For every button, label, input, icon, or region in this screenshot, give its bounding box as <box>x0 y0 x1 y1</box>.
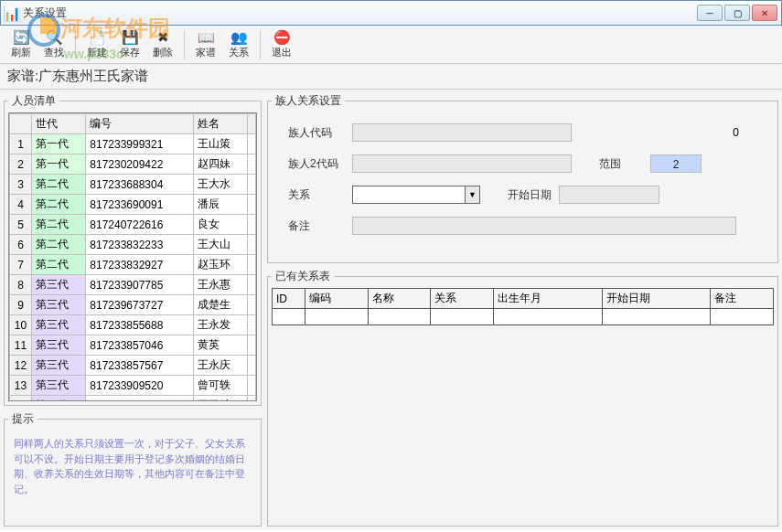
relation-form-legend: 族人关系设置 <box>272 93 345 109</box>
table-row[interactable]: 8 第三代 817233907785 王永惠 <box>10 275 256 295</box>
col-rel-birth[interactable]: 出生年月 <box>494 289 603 309</box>
relation-table-group: 已有关系表 ID 编码 名称 关系 出生年月 开始日期 备注 <box>267 269 778 527</box>
relation-form-group: 族人关系设置 族人代码 0 族人2代码 范围 2 关系 ▼ 开始日期 <box>267 93 778 263</box>
window-title: 关系设置 <box>23 5 697 21</box>
separator <box>260 30 261 59</box>
subtitle-bar: 家谱:广东惠州王氏家谱 <box>0 64 782 90</box>
label-p2: 族人2代码 <box>288 156 352 172</box>
find-button[interactable]: 🔍查找 <box>38 27 70 61</box>
search-icon: 🔍 <box>46 29 62 46</box>
table-row[interactable]: 1 第一代 817233999321 王山策 <box>10 134 256 154</box>
note-input[interactable] <box>352 217 736 235</box>
separator <box>75 30 76 59</box>
book-icon: 📖 <box>198 29 214 46</box>
table-row[interactable]: 5 第二代 817240722616 良女 <box>10 215 256 235</box>
range-input[interactable]: 2 <box>650 154 702 173</box>
person-list-group: 人员清单 世代 编号 姓名 1 第一代 817233999321 王山策 2 第… <box>4 93 262 406</box>
minimize-button[interactable]: ─ <box>697 5 723 21</box>
tree-button[interactable]: 📖家谱 <box>190 27 221 61</box>
refresh-icon: 🔄 <box>13 29 29 46</box>
app-icon: 📊 <box>5 5 19 20</box>
table-row[interactable]: 12 第三代 817233857567 王永庆 <box>10 356 256 376</box>
people-icon: 👥 <box>230 29 247 46</box>
table-row[interactable]: 13 第三代 817233909520 曾可轶 <box>10 376 256 396</box>
relation-table[interactable]: ID 编码 名称 关系 出生年月 开始日期 备注 <box>272 288 774 325</box>
table-row[interactable]: 7 第二代 817233832927 赵玉环 <box>10 255 256 275</box>
col-gen[interactable]: 世代 <box>32 114 86 134</box>
col-rel-note[interactable]: 备注 <box>711 289 774 309</box>
label-rel: 关系 <box>288 187 352 203</box>
col-rel-rel[interactable]: 关系 <box>431 289 494 309</box>
exit-button[interactable]: ⛔退出 <box>266 27 297 61</box>
label-start: 开始日期 <box>508 187 559 203</box>
table-row[interactable]: 6 第二代 817233832233 王大山 <box>10 235 256 255</box>
table-row[interactable]: 9 第三代 817239673727 成楚生 <box>10 295 256 315</box>
label-range: 范围 <box>599 156 650 172</box>
table-row[interactable]: 10 第三代 817233855688 王永发 <box>10 315 256 335</box>
new-icon: 📄 <box>89 29 105 46</box>
col-rel-start[interactable]: 开始日期 <box>602 289 711 309</box>
relation-button[interactable]: 👥关系 <box>223 27 254 61</box>
col-rel-id[interactable]: ID <box>273 289 305 309</box>
empty-row-marker[interactable] <box>273 309 305 325</box>
table-row[interactable]: 2 第一代 817230209422 赵四妹 <box>10 154 256 175</box>
p1-input[interactable] <box>352 123 572 142</box>
new-button[interactable]: 📄新建 <box>81 27 112 61</box>
table-row[interactable]: 14 第三代 817240723157 王冠希 <box>10 396 256 402</box>
label-p1: 族人代码 <box>288 125 352 141</box>
save-icon: 💾 <box>122 29 138 46</box>
col-rel-name[interactable]: 名称 <box>368 289 431 309</box>
col-rel-code[interactable]: 编码 <box>305 289 369 309</box>
refresh-button[interactable]: 🔄刷新 <box>5 27 37 61</box>
toolbar: 🔄刷新 🔍查找 📄新建 💾保存 ✖删除 📖家谱 👥关系 ⛔退出 <box>0 26 782 64</box>
relation-table-legend: 已有关系表 <box>272 269 334 284</box>
exit-icon: ⛔ <box>273 29 290 46</box>
maximize-button[interactable]: ▢ <box>724 5 750 21</box>
table-row[interactable]: 11 第三代 817233857046 黄英 <box>10 335 256 356</box>
startdate-input[interactable] <box>559 186 659 204</box>
rowhead-blank <box>10 114 32 134</box>
p2-input[interactable] <box>352 154 572 173</box>
hint-text: 同样两人的关系只须设置一次，对于父子、父女关系可以不设。开始日期主要用于登记多次… <box>8 431 257 502</box>
p1-value: 0 <box>733 126 757 139</box>
hint-group: 提示 同样两人的关系只须设置一次，对于父子、父女关系可以不设。开始日期主要用于登… <box>4 411 262 527</box>
person-grid[interactable]: 世代 编号 姓名 1 第一代 817233999321 王山策 2 第一代 81… <box>8 112 257 401</box>
person-list-legend: 人员清单 <box>8 93 59 109</box>
col-id[interactable]: 编号 <box>86 114 193 134</box>
label-note: 备注 <box>288 218 352 234</box>
table-row[interactable]: 4 第二代 817233690091 潘辰 <box>10 195 256 215</box>
delete-button[interactable]: ✖删除 <box>147 27 178 61</box>
hint-legend: 提示 <box>8 411 37 427</box>
relation-combo[interactable]: ▼ <box>352 186 480 204</box>
relation-table-body <box>272 325 774 490</box>
separator <box>184 30 185 59</box>
delete-icon: ✖ <box>155 29 171 46</box>
chevron-down-icon: ▼ <box>465 186 479 203</box>
col-name[interactable]: 姓名 <box>193 114 247 134</box>
table-row[interactable]: 3 第二代 817233688304 王大水 <box>10 175 256 195</box>
close-button[interactable]: ✕ <box>752 5 777 21</box>
titlebar: 📊 关系设置 ─ ▢ ✕ <box>0 0 782 26</box>
save-button[interactable]: 💾保存 <box>114 27 145 61</box>
